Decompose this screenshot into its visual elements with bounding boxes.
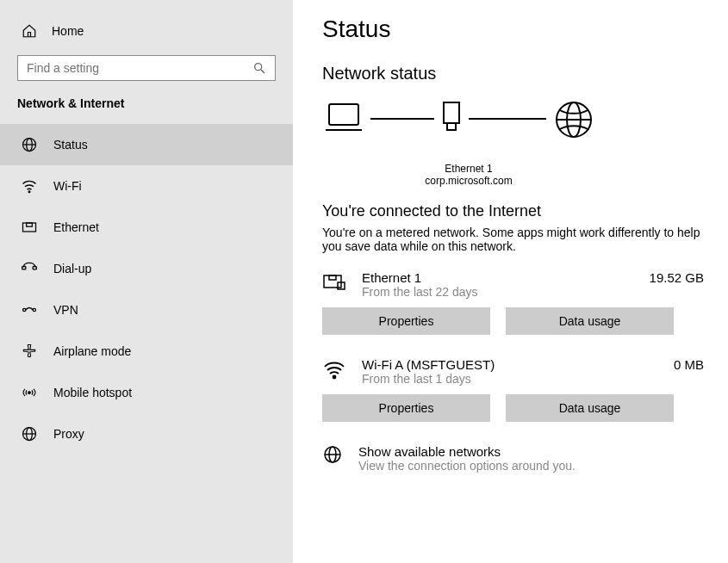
sidebar-item-label: VPN — [53, 303, 78, 317]
svg-rect-16 — [329, 104, 358, 125]
svg-point-25 — [333, 376, 336, 379]
sidebar-item-wifi[interactable]: Wi-Fi — [0, 165, 293, 207]
sidebar-home[interactable]: Home — [0, 14, 293, 55]
svg-point-11 — [33, 308, 35, 311]
ethernet-adapter-icon — [322, 270, 346, 294]
page-title: Status — [322, 15, 704, 43]
show-available-networks[interactable]: Show available networks View the connect… — [322, 444, 704, 473]
sidebar-item-label: Dial-up — [53, 262, 91, 275]
search-input[interactable] — [27, 61, 252, 75]
airplane-icon — [21, 343, 38, 360]
network-sub: From the last 1 days — [362, 372, 665, 386]
dialup-icon — [21, 260, 38, 277]
home-icon — [21, 22, 38, 40]
wifi-adapter-icon — [322, 357, 346, 381]
search-icon — [252, 61, 266, 75]
hotspot-icon — [21, 384, 38, 401]
available-networks-icon — [322, 444, 343, 465]
section-title: Network status — [322, 64, 704, 84]
sidebar-item-label: Proxy — [53, 427, 84, 441]
search-box[interactable] — [17, 55, 276, 81]
network-usage: 0 MB — [665, 357, 704, 372]
sidebar-item-proxy[interactable]: Proxy — [0, 413, 293, 455]
svg-rect-9 — [33, 267, 36, 269]
status-icon — [21, 136, 38, 153]
network-usage: 19.52 GB — [641, 270, 704, 285]
available-networks-sub: View the connection options around you. — [358, 459, 576, 473]
ethernet-icon — [21, 219, 38, 236]
diagram-line — [469, 118, 546, 120]
network-name: Ethernet 1 — [362, 270, 641, 285]
svg-point-10 — [23, 308, 26, 311]
properties-button[interactable]: Properties — [322, 307, 490, 335]
sidebar-nav: Status Wi-Fi Ethernet D — [0, 124, 293, 455]
sidebar-item-vpn[interactable]: VPN — [0, 289, 293, 331]
network-name: Wi-Fi A (MSFTGUEST) — [362, 357, 665, 372]
proxy-icon — [21, 425, 38, 442]
sidebar-item-label: Ethernet — [53, 220, 99, 234]
svg-rect-7 — [27, 223, 33, 226]
network-entry-wifi: Wi-Fi A (MSFTGUEST) From the last 1 days… — [322, 357, 704, 422]
svg-rect-6 — [23, 223, 36, 232]
sidebar-item-hotspot[interactable]: Mobile hotspot — [0, 372, 293, 413]
sidebar-item-airplane[interactable]: Airplane mode — [0, 331, 293, 372]
sidebar-home-label: Home — [52, 24, 84, 38]
sidebar-item-label: Mobile hotspot — [53, 386, 132, 399]
vpn-icon — [21, 301, 38, 319]
sidebar: Home Network & Internet Status — [0, 0, 293, 563]
network-entry-ethernet: Ethernet 1 From the last 22 days 19.52 G… — [322, 270, 704, 335]
svg-rect-18 — [447, 123, 456, 130]
diagram-domain: corp.microsoft.com — [331, 175, 607, 187]
main-content: Status Network status Ethernet 1 corp.mi… — [293, 0, 728, 563]
globe-icon — [553, 99, 594, 140]
svg-rect-23 — [329, 275, 336, 280]
svg-point-0 — [255, 64, 262, 71]
diagram-line — [370, 118, 434, 120]
router-icon — [439, 99, 464, 137]
wifi-icon — [21, 177, 38, 195]
connection-title: You're connected to the Internet — [322, 202, 704, 220]
sidebar-item-label: Wi-Fi — [53, 179, 82, 193]
sidebar-item-label: Status — [53, 138, 88, 152]
data-usage-button[interactable]: Data usage — [506, 394, 674, 422]
available-networks-title: Show available networks — [358, 444, 576, 459]
sidebar-item-dialup[interactable]: Dial-up — [0, 248, 293, 289]
connection-desc: You're on a metered network. Some apps m… — [322, 226, 701, 253]
sidebar-item-ethernet[interactable]: Ethernet — [0, 207, 293, 248]
svg-point-5 — [28, 191, 30, 193]
sidebar-category-label: Network & Internet — [0, 96, 293, 124]
properties-button[interactable]: Properties — [322, 394, 490, 422]
network-diagram — [322, 99, 607, 168]
sidebar-item-status[interactable]: Status — [0, 124, 293, 165]
network-sub: From the last 22 days — [362, 285, 641, 299]
svg-point-12 — [28, 392, 31, 394]
svg-line-1 — [261, 70, 264, 73]
svg-rect-8 — [22, 267, 26, 269]
data-usage-button[interactable]: Data usage — [506, 307, 674, 335]
sidebar-item-label: Airplane mode — [53, 344, 131, 358]
svg-rect-17 — [444, 102, 459, 123]
svg-rect-22 — [324, 275, 341, 288]
laptop-icon — [322, 99, 365, 137]
